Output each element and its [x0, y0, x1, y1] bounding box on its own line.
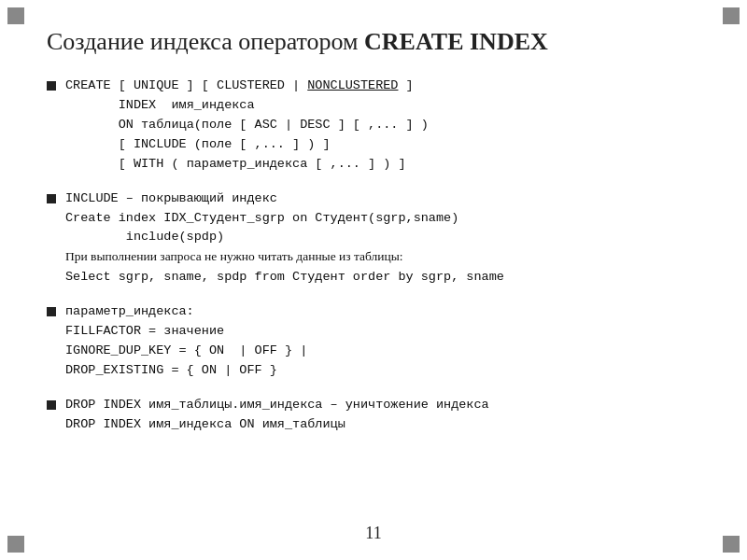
bullet-text-1: CREATE [ UNIQUE ] [ CLUSTERED | NONCLUST…: [65, 77, 429, 175]
slide: Создание индекса оператором CREATE INDEX…: [0, 0, 747, 560]
bullet-icon-3: [47, 307, 56, 316]
bullet-item-1: CREATE [ UNIQUE ] [ CLUSTERED | NONCLUST…: [47, 77, 700, 175]
title-keyword: CREATE INDEX: [364, 28, 548, 55]
corner-decoration-tr: [723, 7, 740, 24]
bullet-icon-2: [47, 194, 56, 203]
bullet-text-4: DROP INDEX имя_таблицы.имя_индекса – уни…: [65, 396, 489, 435]
bullet-item-4: DROP INDEX имя_таблицы.имя_индекса – уни…: [47, 396, 700, 435]
content-area: CREATE [ UNIQUE ] [ CLUSTERED | NONCLUST…: [47, 77, 700, 435]
bullet-item-2: INCLUDE – покрывающий индекс Create inde…: [47, 189, 700, 288]
bullet-text-3: параметр_индекса: FILLFACTOR = значение …: [65, 302, 307, 381]
bullet-item-3: параметр_индекса: FILLFACTOR = значение …: [47, 302, 700, 381]
bullet-icon-4: [47, 400, 56, 410]
slide-title: Создание индекса оператором CREATE INDEX: [47, 28, 700, 56]
normal-text-2: При выполнении запроса не нужно читать д…: [65, 249, 403, 263]
corner-decoration-tl: [7, 7, 24, 24]
title-text-before: Создание индекса оператором: [47, 28, 364, 55]
page-number: 11: [0, 524, 747, 543]
nonclustered-underline: NONCLUSTERED: [307, 78, 398, 92]
bullet-icon-1: [47, 81, 56, 91]
bullet-text-2: INCLUDE – покрывающий индекс Create inde…: [65, 189, 504, 288]
